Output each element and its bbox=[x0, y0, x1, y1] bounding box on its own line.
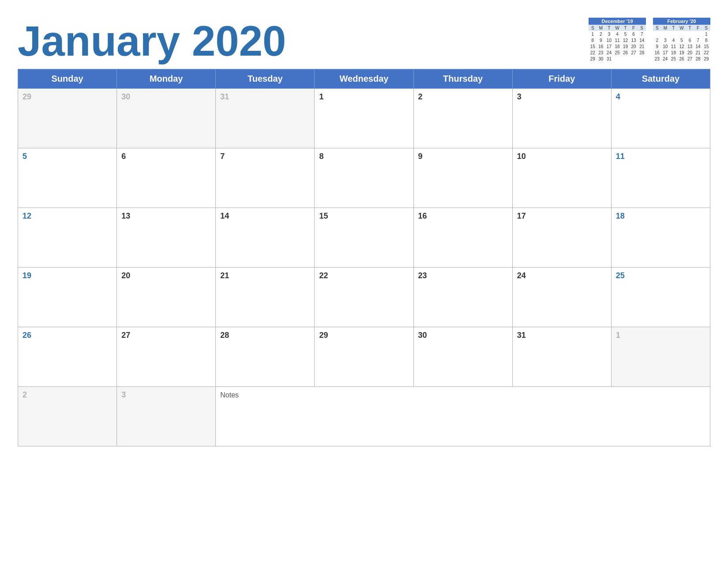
calendar-day: 1 bbox=[315, 88, 413, 148]
calendar-day: 31 bbox=[216, 88, 315, 148]
mini-cal-day-header: W bbox=[678, 25, 686, 31]
mini-cal-day: 1 bbox=[589, 31, 597, 37]
mini-cal-day: 11 bbox=[669, 43, 678, 49]
mini-cal-day-header: S bbox=[589, 25, 597, 31]
mini-cal-day: 24 bbox=[605, 49, 613, 56]
calendar-day: 23 bbox=[413, 267, 512, 327]
main-calendar: SundayMondayTuesdayWednesdayThursdayFrid… bbox=[18, 69, 710, 446]
day-header: Wednesday bbox=[315, 69, 413, 88]
mini-cal-day: 16 bbox=[597, 43, 605, 49]
mini-cal-day: 28 bbox=[638, 49, 646, 56]
day-header: Sunday bbox=[18, 69, 117, 88]
mini-cal-day-header: W bbox=[613, 25, 622, 31]
day-header: Thursday bbox=[413, 69, 512, 88]
calendar-day: 25 bbox=[611, 267, 710, 327]
mini-cal-day-header: T bbox=[605, 25, 613, 31]
calendar-day: 11 bbox=[611, 148, 710, 208]
calendar-day: 18 bbox=[611, 208, 710, 267]
mini-cal-feb: February '20 S M T W T F S 1234567891011… bbox=[653, 18, 710, 62]
mini-cal-day: 7 bbox=[638, 31, 646, 37]
calendar-day: 12 bbox=[18, 208, 117, 267]
calendar-day: 17 bbox=[512, 208, 611, 267]
mini-cal-day: 28 bbox=[694, 56, 702, 62]
mini-cal-day: 31 bbox=[605, 56, 613, 62]
mini-cal-day bbox=[638, 56, 646, 62]
main-title: January 2020 bbox=[18, 13, 286, 64]
mini-cal-day: 24 bbox=[661, 56, 670, 62]
mini-cal-day: 22 bbox=[589, 49, 597, 56]
calendar-day: 29 bbox=[315, 327, 413, 386]
mini-cal-day bbox=[630, 56, 638, 62]
mini-cal-day: 4 bbox=[613, 31, 622, 37]
calendar-day: 28 bbox=[216, 327, 315, 386]
calendar-day: 20 bbox=[117, 267, 216, 327]
mini-cal-day-header: M bbox=[661, 25, 670, 31]
calendar-day: 7 bbox=[216, 148, 315, 208]
calendar-day: 26 bbox=[18, 327, 117, 386]
mini-cal-day: 26 bbox=[678, 56, 686, 62]
mini-cal-day: 6 bbox=[630, 31, 638, 37]
mini-cal-day: 8 bbox=[589, 37, 597, 43]
notes-label: Notes bbox=[220, 391, 239, 399]
mini-cal-feb-table: S M T W T F S 12345678910111213141516171… bbox=[653, 25, 710, 62]
mini-cal-day: 14 bbox=[638, 37, 646, 43]
mini-cal-day: 10 bbox=[661, 43, 670, 49]
mini-cal-day bbox=[621, 56, 630, 62]
mini-cal-day: 17 bbox=[605, 43, 613, 49]
calendar-day: 21 bbox=[216, 267, 315, 327]
mini-cal-day bbox=[669, 31, 678, 37]
mini-cal-day: 9 bbox=[597, 37, 605, 43]
mini-cal-day bbox=[694, 31, 702, 37]
mini-cal-day: 9 bbox=[653, 43, 661, 49]
mini-cal-day: 19 bbox=[621, 43, 630, 49]
mini-cal-day-header: S bbox=[638, 25, 646, 31]
mini-cal-day: 26 bbox=[621, 49, 630, 56]
mini-cal-day: 12 bbox=[678, 43, 686, 49]
mini-cal-day-header: S bbox=[702, 25, 710, 31]
mini-cal-day: 25 bbox=[669, 56, 678, 62]
mini-cal-day bbox=[686, 31, 694, 37]
mini-cal-day: 21 bbox=[694, 49, 702, 56]
mini-cal-day: 6 bbox=[686, 37, 694, 43]
calendar-day: 13 bbox=[117, 208, 216, 267]
calendar-day-outside: 2 bbox=[18, 386, 117, 446]
mini-cal-day: 1 bbox=[702, 31, 710, 37]
mini-cal-day-header: T bbox=[621, 25, 630, 31]
calendar-day: 22 bbox=[315, 267, 413, 327]
mini-cal-day: 16 bbox=[653, 49, 661, 56]
mini-cal-day: 5 bbox=[678, 37, 686, 43]
mini-cal-day: 14 bbox=[694, 43, 702, 49]
calendar-day: 4 bbox=[611, 88, 710, 148]
day-header: Monday bbox=[117, 69, 216, 88]
calendar-day-outside: 3 bbox=[117, 386, 216, 446]
mini-cal-day bbox=[613, 56, 622, 62]
mini-cal-day-header: S bbox=[653, 25, 661, 31]
mini-cal-day: 2 bbox=[653, 37, 661, 43]
mini-cal-day: 22 bbox=[702, 49, 710, 56]
mini-cal-day: 19 bbox=[678, 49, 686, 56]
mini-cal-day: 27 bbox=[630, 49, 638, 56]
mini-cal-day bbox=[653, 31, 661, 37]
mini-cal-day: 21 bbox=[638, 43, 646, 49]
mini-cal-dec: December '19 S M T W T F S 1234567891011… bbox=[589, 18, 646, 62]
mini-cal-day: 17 bbox=[661, 49, 670, 56]
calendar-day: 19 bbox=[18, 267, 117, 327]
mini-cal-day: 13 bbox=[630, 37, 638, 43]
calendar-day: 30 bbox=[413, 327, 512, 386]
mini-cal-day bbox=[678, 31, 686, 37]
calendar-day: 9 bbox=[413, 148, 512, 208]
mini-cal-dec-table: S M T W T F S 12345678910111213141516171… bbox=[589, 25, 646, 62]
mini-cal-day: 27 bbox=[686, 56, 694, 62]
mini-cal-day-header: F bbox=[630, 25, 638, 31]
calendar-day: 15 bbox=[315, 208, 413, 267]
mini-cal-day: 7 bbox=[694, 37, 702, 43]
mini-cal-day: 15 bbox=[589, 43, 597, 49]
mini-cal-day: 15 bbox=[702, 43, 710, 49]
calendar-day: 2 bbox=[413, 88, 512, 148]
mini-cal-day: 5 bbox=[621, 31, 630, 37]
mini-cal-day: 30 bbox=[597, 56, 605, 62]
day-header: Tuesday bbox=[216, 69, 315, 88]
mini-cal-day-header: T bbox=[669, 25, 678, 31]
mini-calendars: December '19 S M T W T F S 1234567891011… bbox=[589, 18, 710, 62]
calendar-day: 8 bbox=[315, 148, 413, 208]
